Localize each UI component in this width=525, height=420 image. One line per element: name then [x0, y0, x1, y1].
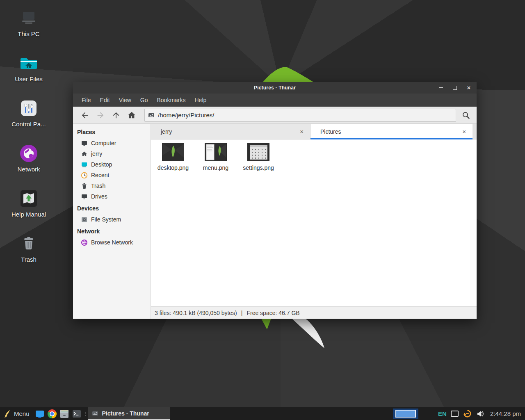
network-globe-icon — [19, 144, 39, 163]
desktop-icon-column: This PC User Files — [7, 8, 50, 279]
menu-go[interactable]: Go — [136, 94, 153, 107]
forward-button[interactable] — [93, 109, 108, 122]
file-settings-png[interactable]: settings.png — [239, 143, 278, 171]
active-workspace — [395, 410, 416, 418]
up-button[interactable] — [108, 109, 124, 122]
display-settings-tray-icon[interactable] — [450, 409, 459, 419]
sidebar-header-places: Places — [73, 126, 151, 138]
image-thumbnail — [247, 143, 269, 161]
status-bar: 3 files: 490.1 kB (490,050 bytes) | Free… — [151, 306, 477, 319]
tab-bar: jerry × Pictures × — [151, 124, 477, 139]
desktop-icon — [81, 161, 88, 168]
clock[interactable]: 2:44:28 pm — [490, 410, 521, 417]
path-input[interactable]: /home/jerry/Pictures/ — [144, 109, 456, 122]
maximize-button[interactable] — [452, 85, 458, 91]
workspace-switcher[interactable] — [393, 409, 418, 419]
status-divider: | — [241, 310, 243, 316]
status-files-info: 3 files: 490.1 kB (490,050 bytes) — [155, 310, 237, 316]
sidebar-item-computer[interactable]: Computer — [73, 138, 151, 148]
desktop-icon-user-files[interactable]: User Files — [7, 53, 50, 98]
sidebar-item-file-system[interactable]: File System — [73, 214, 151, 225]
task-button-label: Pictures - Thunar — [102, 410, 149, 417]
sidebar-item-browse-network[interactable]: Browse Network — [73, 237, 151, 248]
taskbar-window-button[interactable]: Pictures - Thunar — [88, 407, 170, 420]
menubar: File Edit View Go Bookmarks Help — [73, 94, 477, 107]
home-folder-icon — [19, 53, 39, 73]
status-free-space: Free space: 46.7 GB — [247, 310, 299, 316]
menu-file[interactable]: File — [77, 94, 96, 107]
desktop-icon-trash[interactable]: Trash — [7, 234, 50, 279]
taskbar: Menu — [0, 407, 525, 420]
desktop-icon-label: Control Pa... — [7, 121, 50, 128]
volume-tray-icon[interactable] — [476, 409, 485, 419]
chrome-launcher[interactable] — [46, 407, 58, 420]
chrome-icon — [48, 409, 57, 418]
linux-lite-feather-icon — [3, 409, 11, 419]
desktop-icon-control-panel[interactable]: Control Pa... — [7, 98, 50, 144]
archive-icon — [59, 409, 69, 419]
file-name: menu.png — [196, 164, 235, 171]
desktop-icon-network[interactable]: Network — [7, 144, 50, 189]
control-panel-icon — [19, 98, 39, 118]
trash-icon — [19, 234, 39, 253]
tab-jerry[interactable]: jerry × — [151, 124, 310, 139]
menu-edit[interactable]: Edit — [96, 94, 114, 107]
clock-recent-icon — [81, 172, 88, 179]
archive-manager-launcher[interactable] — [58, 407, 71, 420]
desktop-icon-this-pc[interactable]: This PC — [7, 8, 50, 53]
keyboard-layout-indicator[interactable]: EN — [438, 410, 447, 417]
update-manager-tray-icon[interactable] — [463, 409, 472, 419]
computer-icon — [19, 8, 39, 28]
terminal-icon — [72, 409, 82, 419]
update-refresh-icon — [463, 409, 472, 418]
search-button[interactable] — [459, 109, 473, 122]
image-thumbnail — [162, 143, 184, 161]
close-button[interactable]: × — [466, 85, 472, 91]
menu-bookmarks[interactable]: Bookmarks — [152, 94, 190, 107]
window-controls: × — [438, 82, 472, 94]
desktop-icon-label: Help Manual — [7, 211, 50, 218]
tab-pictures[interactable]: Pictures × — [310, 124, 472, 139]
sidebar-item-trash[interactable]: Trash — [73, 180, 151, 191]
file-desktop-png[interactable]: desktop.png — [153, 143, 193, 171]
sidebar-item-recent[interactable]: Recent — [73, 170, 151, 180]
main-pane: jerry × Pictures × — [151, 124, 477, 319]
titlebar[interactable]: Pictures - Thunar × — [73, 82, 477, 94]
file-name: settings.png — [239, 164, 278, 171]
sidebar-item-drives[interactable]: Drives — [73, 191, 151, 202]
panel-separator-handle[interactable] — [84, 407, 87, 420]
speaker-icon — [476, 410, 484, 418]
window-title: Pictures - Thunar — [73, 85, 477, 91]
image-thumbnail — [205, 143, 227, 161]
minimize-button[interactable] — [438, 85, 444, 91]
menu-help[interactable]: Help — [190, 94, 211, 107]
tab-close-icon[interactable]: × — [298, 128, 305, 135]
image-file-icon — [148, 112, 155, 119]
file-view[interactable]: desktop.png — [151, 139, 477, 306]
desktop: This PC User Files — [0, 0, 525, 420]
terminal-launcher[interactable] — [71, 407, 83, 420]
network-globe-icon — [81, 239, 88, 246]
sidebar: Places Computer jerry — [73, 124, 151, 319]
file-manager-launcher[interactable] — [34, 407, 46, 420]
window-body: Places Computer jerry — [73, 124, 477, 319]
sidebar-item-desktop[interactable]: Desktop — [73, 159, 151, 170]
menu-view[interactable]: View — [114, 94, 136, 107]
file-menu-png[interactable]: menu.png — [196, 143, 235, 171]
trash-icon — [81, 183, 88, 189]
tab-close-icon[interactable]: × — [461, 128, 468, 135]
desktop-icon-label: Trash — [7, 256, 50, 263]
drives-icon — [81, 193, 88, 200]
hard-disk-icon — [81, 216, 88, 223]
sidebar-header-network: Network — [73, 226, 151, 237]
sidebar-item-home-jerry[interactable]: jerry — [73, 148, 151, 159]
home-button[interactable] — [124, 109, 139, 122]
desktop-icon-help-manual[interactable]: Help Manual — [7, 189, 50, 234]
computer-icon — [81, 140, 88, 147]
desktop-icon-label: This PC — [7, 30, 50, 37]
path-text: /home/jerry/Pictures/ — [158, 112, 215, 119]
desktop-icon-label: User Files — [7, 75, 50, 82]
back-button[interactable] — [77, 109, 93, 122]
app-menu-button[interactable]: Menu — [0, 407, 34, 420]
file-manager-icon — [35, 409, 45, 419]
